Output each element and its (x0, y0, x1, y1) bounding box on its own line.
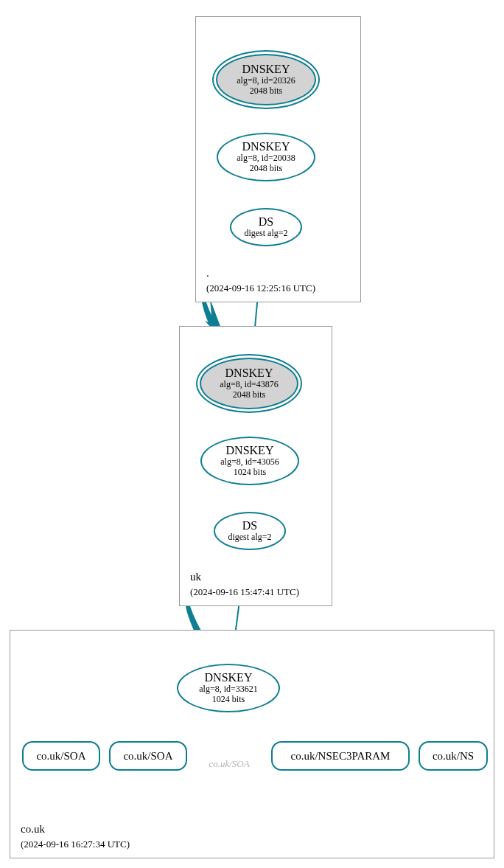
node-leaf-soa-warn-label: co.uk/SOA (197, 758, 261, 770)
node-root-ksk: DNSKEY alg=8, id=20326 2048 bits (216, 54, 316, 105)
node-root-ds-title: DS (259, 216, 273, 228)
node-uk-ds: DS digest alg=2 (214, 512, 286, 550)
node-leaf-soa-2: co.uk/SOA (109, 741, 187, 771)
node-couk-key-sub2: 1024 bits (212, 694, 245, 704)
node-couk-key-sub1: alg=8, id=33621 (199, 684, 258, 694)
node-uk-ksk: DNSKEY alg=8, id=43876 2048 bits (200, 358, 298, 409)
node-leaf-nsec3param: co.uk/NSEC3PARAM (271, 741, 410, 771)
node-leaf-ns-label: co.uk/NS (433, 750, 474, 763)
node-root-ksk-title: DNSKEY (242, 63, 290, 75)
node-root-ksk-sub1: alg=8, id=20326 (237, 75, 295, 86)
node-uk-zsk-sub2: 1024 bits (234, 467, 266, 477)
zone-uk-label: uk (190, 571, 201, 583)
node-uk-ksk-sub1: alg=8, id=43876 (220, 379, 279, 389)
node-root-zsk-title: DNSKEY (242, 141, 290, 153)
node-root-zsk-sub1: alg=8, id=20038 (237, 153, 295, 163)
node-couk-key-title: DNSKEY (205, 672, 253, 684)
node-leaf-soa-2-label: co.uk/SOA (123, 750, 172, 763)
zone-root-label: . (206, 267, 209, 280)
node-uk-zsk-title: DNSKEY (226, 445, 274, 456)
zone-uk-date: (2024-09-16 15:47:41 UTC) (190, 586, 299, 598)
node-root-zsk-sub2: 2048 bits (250, 163, 282, 173)
node-root-ds-sub1: digest alg=2 (244, 228, 287, 238)
node-leaf-ns: co.uk/NS (419, 741, 488, 771)
node-leaf-nsec3param-label: co.uk/NSEC3PARAM (291, 750, 391, 763)
node-leaf-soa-1: co.uk/SOA (22, 741, 100, 771)
node-uk-ksk-title: DNSKEY (225, 367, 273, 379)
zone-couk-date: (2024-09-16 16:27:34 UTC) (21, 839, 130, 850)
node-uk-zsk-sub1: alg=8, id=43056 (220, 456, 279, 467)
zone-couk-label: co.uk (21, 823, 45, 836)
node-couk-key: DNSKEY alg=8, id=33621 1024 bits (177, 664, 280, 712)
node-leaf-soa-warn: co.uk/SOA (197, 758, 261, 770)
node-uk-ds-sub1: digest alg=2 (228, 532, 271, 542)
node-uk-zsk: DNSKEY alg=8, id=43056 1024 bits (200, 437, 299, 485)
node-uk-ds-title: DS (242, 520, 257, 532)
node-leaf-soa-1-label: co.uk/SOA (36, 750, 85, 763)
node-root-zsk: DNSKEY alg=8, id=20038 2048 bits (217, 133, 315, 181)
node-uk-ksk-sub2: 2048 bits (233, 389, 265, 400)
node-root-ds: DS digest alg=2 (230, 208, 302, 246)
node-root-ksk-sub2: 2048 bits (250, 86, 282, 96)
zone-root-date: (2024-09-16 12:25:16 UTC) (206, 282, 315, 294)
